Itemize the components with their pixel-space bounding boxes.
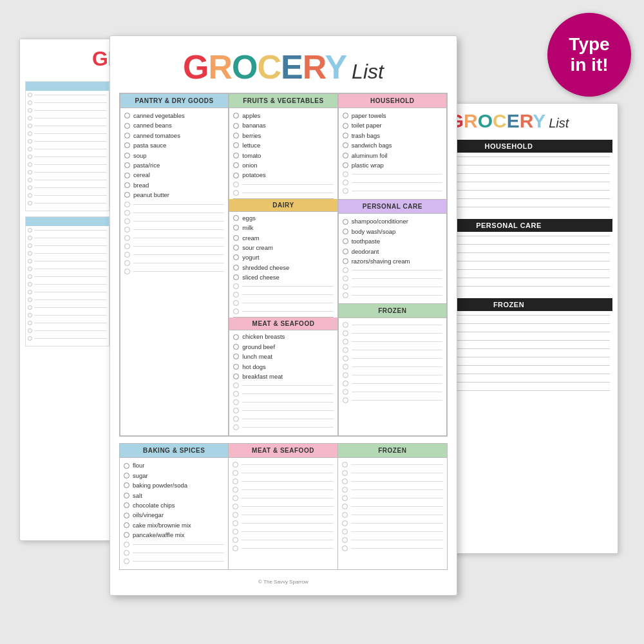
back-line <box>34 307 107 308</box>
back-circle <box>28 147 32 151</box>
back-circle <box>28 336 32 341</box>
mid-letter-e: E <box>507 110 520 131</box>
list-item: onion <box>233 162 333 169</box>
back-circle <box>28 116 32 120</box>
back-line-row <box>28 193 107 198</box>
back-line-row <box>28 100 107 105</box>
back-line <box>34 238 107 238</box>
list-item: sliced cheese <box>233 274 333 281</box>
baking-cell: BAKING & SPICES flour sugar baking powde… <box>120 444 229 569</box>
list-item: yogurt <box>233 254 333 261</box>
back-line-row <box>28 274 107 279</box>
letter-e: E <box>281 48 303 86</box>
letter-o: O <box>232 48 257 86</box>
blank-row <box>342 495 443 501</box>
back-line-row <box>28 116 107 120</box>
list-item: bananas <box>233 122 333 129</box>
list-item: eggs <box>233 214 333 222</box>
back-line-row <box>28 178 107 182</box>
blank-row <box>232 529 333 535</box>
list-item: hot dogs <box>233 363 333 370</box>
back-line <box>34 141 107 142</box>
mid-letter-r2: R <box>520 110 533 131</box>
list-item: pancake/waffle mix <box>124 531 224 538</box>
back-line-row <box>28 228 107 232</box>
baking-body: flour sugar baking powder/soda salt choc… <box>120 458 228 569</box>
back-line <box>34 292 107 292</box>
blank-row <box>343 355 442 361</box>
back-line <box>34 276 107 277</box>
frozen-body <box>339 318 446 408</box>
list-item: soup <box>124 152 224 159</box>
meat-subsection: MEAT & SEAFOOD chicken breasts ground be… <box>233 317 333 430</box>
blank-row <box>233 300 333 306</box>
back-line <box>34 110 107 111</box>
letter-c: C <box>258 48 281 86</box>
blank-row <box>233 292 333 298</box>
blank-row <box>233 424 333 430</box>
back-circle <box>28 321 32 325</box>
household-body: paper towels toilet paper trash bags san… <box>339 108 446 199</box>
back-line-row <box>28 267 107 271</box>
blank-row <box>343 347 442 353</box>
list-item: pasta/rice <box>124 162 224 169</box>
blank-row <box>124 558 224 564</box>
list-item: canned vegetables <box>124 112 224 119</box>
back-line <box>34 261 107 261</box>
pantry-header: PANTRY & DRY GOODS <box>120 94 228 108</box>
back-circle <box>28 243 32 248</box>
blank-row <box>124 550 224 556</box>
dairy-header: DAIRY <box>229 199 337 212</box>
main-header: GROCERY List <box>110 36 457 93</box>
blank-row <box>342 537 443 543</box>
back-line-row <box>28 305 107 310</box>
back-line <box>34 102 107 103</box>
list-item: baking powder/soda <box>124 482 224 489</box>
list-item: lunch meat <box>233 353 333 360</box>
list-item: deodorant <box>343 248 442 255</box>
blank-row <box>124 252 224 258</box>
blank-row <box>232 504 333 509</box>
fruits-cell: FRUITS & VEGETABLES apples bananas berri… <box>229 93 337 436</box>
list-text: List <box>352 60 384 84</box>
back-circle <box>28 298 32 302</box>
blank-row <box>232 495 333 501</box>
blank-row <box>343 188 442 194</box>
blank-row <box>343 284 442 290</box>
back-circle <box>28 328 32 333</box>
blank-row <box>343 267 442 273</box>
frozen-section: FROZEN <box>339 303 446 408</box>
blank-row <box>233 283 333 289</box>
mid-letter-o: O <box>478 110 493 131</box>
mid-list-text: List <box>549 116 569 131</box>
list-item: chocolate chips <box>124 502 224 509</box>
back-line-row <box>28 290 107 294</box>
list-item: ground beef <box>233 343 333 350</box>
back-line <box>34 315 107 316</box>
list-item: cream <box>233 234 333 242</box>
top-grid: PANTRY & DRY GOODS canned vegetables can… <box>119 93 448 437</box>
back-line <box>34 156 107 157</box>
back-line <box>34 203 107 204</box>
badge-line2: in it! <box>570 55 608 75</box>
blank-row <box>342 487 443 493</box>
back-line-row <box>28 147 107 151</box>
blank-row <box>232 478 333 484</box>
blank-row <box>124 227 224 232</box>
back-col4-header <box>26 217 109 226</box>
list-item: oils/vinegar <box>124 511 224 518</box>
list-item: trash bags <box>343 132 442 139</box>
blank-row <box>233 408 333 413</box>
back-circle <box>28 108 32 113</box>
back-line-row <box>28 236 107 240</box>
blank-row <box>343 330 442 336</box>
frozen-header: FROZEN <box>339 304 446 318</box>
meat-body-extra <box>229 458 337 556</box>
back-circle <box>28 251 32 256</box>
blank-row <box>343 171 442 177</box>
grocery-title: GROCERY List <box>183 48 384 86</box>
back-line <box>34 187 107 188</box>
back-line-row <box>28 162 107 167</box>
household-header: HOUSEHOLD <box>339 94 446 108</box>
back-line-row <box>28 131 107 136</box>
